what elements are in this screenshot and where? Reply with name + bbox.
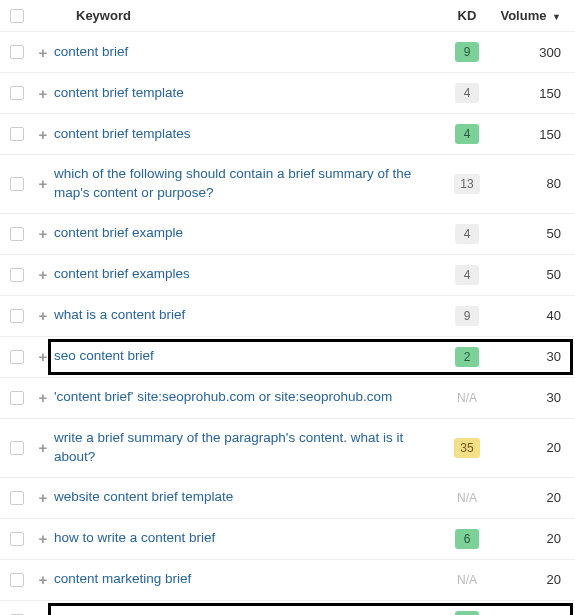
kd-badge: 35 bbox=[454, 438, 479, 458]
table-row: +'content brief' site:seoprohub.com or s… bbox=[0, 378, 575, 419]
row-checkbox-cell bbox=[10, 127, 32, 141]
expand-icon[interactable]: + bbox=[32, 225, 54, 242]
table-row: +seo content brief230 bbox=[0, 337, 575, 378]
keyword-cell: website content brief template bbox=[54, 488, 441, 507]
expand-icon[interactable]: + bbox=[32, 175, 54, 192]
kd-cell: 6 bbox=[441, 529, 493, 549]
kd-badge: 4 bbox=[455, 83, 479, 103]
row-checkbox[interactable] bbox=[10, 441, 24, 455]
row-checkbox[interactable] bbox=[10, 177, 24, 191]
table-row: +content marketing briefN/A20 bbox=[0, 560, 575, 601]
keyword-link[interactable]: content brief templates bbox=[54, 125, 191, 144]
keyword-link[interactable]: seo content brief bbox=[54, 347, 154, 366]
table-row: +content brief example450 bbox=[0, 214, 575, 255]
keyword-cell: seo content brief template bbox=[54, 611, 441, 615]
keyword-link[interactable]: content marketing brief bbox=[54, 570, 191, 589]
expand-icon[interactable]: + bbox=[32, 85, 54, 102]
table-row: +what is a content brief940 bbox=[0, 296, 575, 337]
kd-cell: 35 bbox=[441, 438, 493, 458]
header-volume[interactable]: Volume ▼ bbox=[493, 8, 565, 23]
keyword-cell: which of the following should contain a … bbox=[54, 165, 441, 203]
expand-icon[interactable]: + bbox=[32, 530, 54, 547]
table-row: +content brief templates4150 bbox=[0, 114, 575, 155]
kd-cell: N/A bbox=[441, 570, 493, 590]
kd-cell: 13 bbox=[441, 174, 493, 194]
keyword-link[interactable]: content brief template bbox=[54, 84, 184, 103]
kd-cell: N/A bbox=[441, 388, 493, 408]
keyword-link[interactable]: seo content brief template bbox=[54, 611, 209, 615]
kd-badge: 6 bbox=[455, 611, 479, 615]
keyword-cell: content marketing brief bbox=[54, 570, 441, 589]
keyword-link[interactable]: content brief bbox=[54, 43, 128, 62]
expand-icon[interactable]: + bbox=[32, 348, 54, 365]
volume-cell: 30 bbox=[493, 349, 565, 364]
kd-badge: 9 bbox=[455, 306, 479, 326]
keyword-cell: content brief examples bbox=[54, 265, 441, 284]
row-checkbox[interactable] bbox=[10, 268, 24, 282]
keyword-link[interactable]: which of the following should contain a … bbox=[54, 165, 431, 203]
row-checkbox[interactable] bbox=[10, 350, 24, 364]
expand-icon[interactable]: + bbox=[32, 126, 54, 143]
volume-cell: 150 bbox=[493, 86, 565, 101]
volume-cell: 150 bbox=[493, 127, 565, 142]
row-checkbox-cell bbox=[10, 45, 32, 59]
row-checkbox-cell bbox=[10, 86, 32, 100]
kd-badge: N/A bbox=[455, 488, 479, 508]
keyword-cell: write a brief summary of the paragraph's… bbox=[54, 429, 441, 467]
kd-cell: N/A bbox=[441, 488, 493, 508]
expand-icon[interactable]: + bbox=[32, 489, 54, 506]
row-checkbox[interactable] bbox=[10, 532, 24, 546]
kd-cell: 6 bbox=[441, 611, 493, 615]
volume-cell: 20 bbox=[493, 440, 565, 455]
table-row: +content brief9300 bbox=[0, 32, 575, 73]
kd-cell: 9 bbox=[441, 306, 493, 326]
table-row: +which of the following should contain a… bbox=[0, 155, 575, 214]
volume-cell: 50 bbox=[493, 267, 565, 282]
keyword-link[interactable]: content brief example bbox=[54, 224, 183, 243]
select-all-checkbox[interactable] bbox=[10, 9, 24, 23]
keyword-link[interactable]: 'content brief' site:seoprohub.com or si… bbox=[54, 388, 392, 407]
keyword-link[interactable]: content brief examples bbox=[54, 265, 190, 284]
kd-badge: 4 bbox=[455, 265, 479, 285]
header-volume-label: Volume bbox=[500, 8, 546, 23]
row-checkbox[interactable] bbox=[10, 391, 24, 405]
row-checkbox[interactable] bbox=[10, 227, 24, 241]
keyword-cell: 'content brief' site:seoprohub.com or si… bbox=[54, 388, 441, 407]
row-checkbox-cell bbox=[10, 177, 32, 191]
table-row: +how to write a content brief620 bbox=[0, 519, 575, 560]
row-checkbox-cell bbox=[10, 441, 32, 455]
keyword-link[interactable]: website content brief template bbox=[54, 488, 233, 507]
expand-icon[interactable]: + bbox=[32, 389, 54, 406]
expand-icon[interactable]: + bbox=[32, 266, 54, 283]
kd-badge: 4 bbox=[455, 124, 479, 144]
kd-badge: N/A bbox=[455, 570, 479, 590]
expand-icon[interactable]: + bbox=[32, 571, 54, 588]
keyword-link[interactable]: what is a content brief bbox=[54, 306, 185, 325]
expand-icon[interactable]: + bbox=[32, 44, 54, 61]
row-checkbox[interactable] bbox=[10, 86, 24, 100]
kd-badge: N/A bbox=[455, 388, 479, 408]
row-checkbox[interactable] bbox=[10, 45, 24, 59]
keyword-link[interactable]: write a brief summary of the paragraph's… bbox=[54, 429, 431, 467]
volume-cell: 20 bbox=[493, 490, 565, 505]
table-header-row: Keyword KD Volume ▼ bbox=[0, 0, 575, 32]
row-checkbox-cell bbox=[10, 268, 32, 282]
kd-cell: 4 bbox=[441, 265, 493, 285]
header-keyword[interactable]: Keyword bbox=[32, 8, 441, 23]
keyword-link[interactable]: how to write a content brief bbox=[54, 529, 215, 548]
header-kd[interactable]: KD bbox=[441, 8, 493, 23]
kd-badge: 9 bbox=[455, 42, 479, 62]
table-row: +seo content brief template620 bbox=[0, 601, 575, 615]
kd-badge: 2 bbox=[455, 347, 479, 367]
row-checkbox[interactable] bbox=[10, 127, 24, 141]
table-row: +website content brief templateN/A20 bbox=[0, 478, 575, 519]
row-checkbox-cell bbox=[10, 227, 32, 241]
volume-cell: 300 bbox=[493, 45, 565, 60]
volume-cell: 20 bbox=[493, 572, 565, 587]
row-checkbox[interactable] bbox=[10, 309, 24, 323]
expand-icon[interactable]: + bbox=[32, 439, 54, 456]
row-checkbox[interactable] bbox=[10, 491, 24, 505]
row-checkbox[interactable] bbox=[10, 573, 24, 587]
expand-icon[interactable]: + bbox=[32, 307, 54, 324]
table-row: +content brief template4150 bbox=[0, 73, 575, 114]
